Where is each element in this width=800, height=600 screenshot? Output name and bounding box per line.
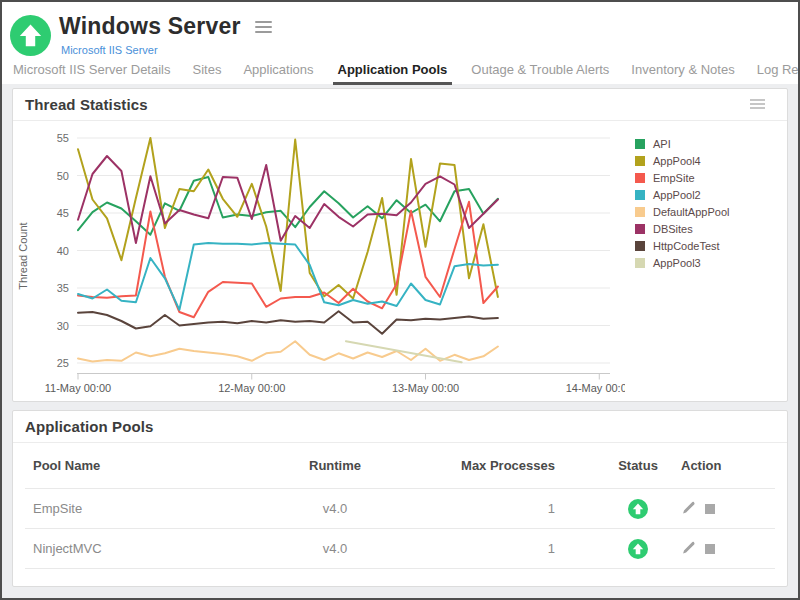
thread-statistics-chart: 2530354045505511-May 00:0012-May 00:0013… xyxy=(13,121,787,401)
status-cell xyxy=(605,539,671,559)
legend-item-DBSites[interactable]: DBSites xyxy=(635,220,729,237)
series-line-DefaultAppPool xyxy=(78,341,498,361)
y-tick-label: 50 xyxy=(57,170,69,182)
y-tick-label: 45 xyxy=(57,207,69,219)
tab-sites[interactable]: Sites xyxy=(190,61,225,82)
table-header-row: Pool NameRuntimeMax ProcessesStatusActio… xyxy=(25,443,775,489)
title-menu-icon[interactable] xyxy=(255,18,272,36)
legend-label: AppPool2 xyxy=(653,189,701,201)
thread-statistics-header: Thread Statistics xyxy=(13,89,787,121)
tab-log-report[interactable]: Log Report xyxy=(754,61,800,82)
y-tick-label: 35 xyxy=(57,282,69,294)
application-pools-table: Pool NameRuntimeMax ProcessesStatusActio… xyxy=(13,443,787,583)
legend-swatch-icon xyxy=(635,241,645,251)
legend-label: AppPool4 xyxy=(653,155,701,167)
edit-pencil-icon[interactable] xyxy=(681,541,696,556)
table-row: EmpSitev4.01 xyxy=(25,489,775,529)
x-tick-label: 11-May 00:00 xyxy=(45,382,111,394)
column-header-status: Status xyxy=(605,458,671,473)
page-body: Thread Statistics 2530354045505511-May 0… xyxy=(2,84,798,587)
thread-statistics-title: Thread Statistics xyxy=(25,96,148,113)
column-header-max-processes: Max Processes xyxy=(405,458,555,473)
tab-microsoft-iis-server-details[interactable]: Microsoft IIS Server Details xyxy=(10,61,174,82)
legend-swatch-icon xyxy=(635,190,645,200)
pool-name-cell: NinjectMVC xyxy=(25,541,265,556)
legend-swatch-icon xyxy=(635,139,645,149)
y-tick-label: 25 xyxy=(57,357,69,369)
max-processes-cell: 1 xyxy=(405,541,555,556)
app-window: Windows Server Microsoft IIS Server Micr… xyxy=(0,0,800,600)
x-tick-label: 14-May 00:00 xyxy=(566,382,625,394)
legend-swatch-icon xyxy=(635,156,645,166)
y-axis-label: Thread Count xyxy=(17,222,29,289)
column-header-action: Action xyxy=(671,458,775,473)
stop-square-icon[interactable] xyxy=(705,504,715,514)
x-tick-label: 12-May 00:00 xyxy=(218,382,285,394)
monitor-header: Windows Server Microsoft IIS Server xyxy=(2,2,798,60)
column-header-runtime: Runtime xyxy=(265,458,405,473)
y-tick-label: 30 xyxy=(57,320,69,332)
application-pools-title: Application Pools xyxy=(25,418,153,435)
tab-application-pools[interactable]: Application Pools xyxy=(333,61,453,85)
table-row: NinjectMVCv4.01 xyxy=(25,529,775,569)
legend-item-AppPool3[interactable]: AppPool3 xyxy=(635,254,729,271)
series-line-HttpCodeTest xyxy=(78,311,498,334)
legend-item-HttpCodeTest[interactable]: HttpCodeTest xyxy=(635,237,729,254)
legend-swatch-icon xyxy=(635,258,645,268)
chart-plot-area: 2530354045505511-May 00:0012-May 00:0013… xyxy=(13,123,625,399)
legend-item-API[interactable]: API xyxy=(635,135,729,152)
pool-name-cell: EmpSite xyxy=(25,501,265,516)
tab-outage-trouble-alerts[interactable]: Outage & Trouble Alerts xyxy=(468,61,612,82)
series-line-AppPool2 xyxy=(78,243,498,310)
legend-label: EmpSite xyxy=(653,172,695,184)
legend-swatch-icon xyxy=(635,173,645,183)
stop-square-icon[interactable] xyxy=(705,544,715,554)
legend-label: AppPool3 xyxy=(653,257,701,269)
y-tick-label: 55 xyxy=(57,132,69,144)
legend-label: API xyxy=(653,138,671,150)
max-processes-cell: 1 xyxy=(405,501,555,516)
edit-pencil-icon[interactable] xyxy=(681,501,696,516)
legend-item-DefaultAppPool[interactable]: DefaultAppPool xyxy=(635,203,729,220)
status-up-icon xyxy=(628,539,648,559)
application-pools-panel: Application Pools Pool NameRuntimeMax Pr… xyxy=(12,410,788,587)
legend-label: DBSites xyxy=(653,223,693,235)
chart-legend: APIAppPool4EmpSiteAppPool2DefaultAppPool… xyxy=(635,135,729,271)
thread-statistics-panel: Thread Statistics 2530354045505511-May 0… xyxy=(12,88,788,402)
legend-swatch-icon xyxy=(635,207,645,217)
legend-swatch-icon xyxy=(635,224,645,234)
y-tick-label: 40 xyxy=(57,245,69,257)
column-header-pool-name: Pool Name xyxy=(25,458,265,473)
legend-item-AppPool2[interactable]: AppPool2 xyxy=(635,186,729,203)
legend-item-AppPool4[interactable]: AppPool4 xyxy=(635,152,729,169)
tab-bar: Microsoft IIS Server DetailsSitesApplica… xyxy=(2,60,798,84)
action-cell xyxy=(671,541,775,556)
legend-item-EmpSite[interactable]: EmpSite xyxy=(635,169,729,186)
action-cell xyxy=(671,501,775,516)
runtime-cell: v4.0 xyxy=(265,501,405,516)
series-line-AppPool3 xyxy=(346,341,462,362)
status-up-icon xyxy=(628,499,648,519)
monitor-status-up-icon xyxy=(10,15,51,56)
tab-inventory-notes[interactable]: Inventory & Notes xyxy=(628,61,737,82)
legend-label: DefaultAppPool xyxy=(653,206,729,218)
application-pools-header: Application Pools xyxy=(13,411,787,443)
page-title: Windows Server xyxy=(59,13,241,40)
tab-applications[interactable]: Applications xyxy=(240,61,316,82)
status-cell xyxy=(605,499,671,519)
monitor-type-link[interactable]: Microsoft IIS Server xyxy=(61,44,158,56)
series-line-DBSites xyxy=(78,156,498,243)
x-tick-label: 13-May 00:00 xyxy=(392,382,459,394)
legend-label: HttpCodeTest xyxy=(653,240,720,252)
chart-menu-icon[interactable] xyxy=(750,97,765,111)
runtime-cell: v4.0 xyxy=(265,541,405,556)
